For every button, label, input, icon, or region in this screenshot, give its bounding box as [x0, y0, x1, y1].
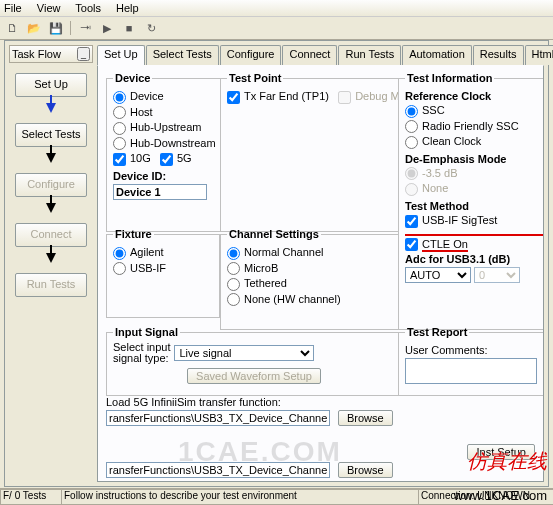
n35-radio[interactable]: -3.5 dB [405, 167, 543, 181]
new-icon[interactable]: 🗋 [4, 20, 20, 36]
channel-radio-none[interactable]: None (HW channel) [227, 293, 395, 307]
tab-setup[interactable]: Set Up [97, 45, 145, 65]
arrow-down-icon [46, 103, 56, 113]
channel-group: Channel Settings Normal Channel MicroB T… [220, 228, 402, 330]
channel-radio-microb[interactable]: MicroB [227, 262, 395, 276]
channel-legend: Channel Settings [227, 228, 321, 240]
comments-textarea[interactable] [405, 358, 537, 384]
transfer-load-label: Load 5G InfiniiSim transfer function: [106, 396, 535, 408]
fixture-legend: Fixture [113, 228, 154, 240]
toolbar: 🗋 📂 💾 ⭲ ▶ ■ ↻ [0, 17, 553, 40]
tab-automation[interactable]: Automation [402, 45, 472, 65]
none-radio[interactable]: None [405, 182, 543, 196]
transfer-path-1-input[interactable] [106, 410, 330, 426]
rfssc-radio[interactable]: Radio Friendly SSC [405, 120, 543, 134]
channel-radio-tethered[interactable]: Tethered [227, 277, 395, 291]
tab-configure[interactable]: Configure [220, 45, 282, 65]
device-group: Device Device Host Hub-Upstream Hub-Down… [106, 72, 223, 232]
adc-label: Adc for USB3.1 (dB) [405, 253, 510, 265]
inst-setup-button[interactable]: Inst Setup [467, 444, 535, 460]
taskflow-panel: Task Flow _ Set Up Select Tests Configur… [9, 45, 93, 482]
transfer-area: Load 5G InfiniiSim transfer function: Br… [106, 394, 535, 478]
comments-label: User Comments: [405, 344, 543, 356]
step-icon[interactable]: ⭲ [77, 20, 93, 36]
testpoint-group: Test Point Tx Far End (TP1) Debug Mode [220, 72, 425, 232]
browse-1-button[interactable]: Browse [338, 410, 393, 426]
input-label: Select input signal type: [113, 342, 170, 364]
main-panel: Task Flow _ Set Up Select Tests Configur… [4, 40, 549, 487]
clean-radio[interactable]: Clean Clock [405, 135, 543, 149]
browse-2-button[interactable]: Browse [338, 462, 393, 478]
method-label: Test Method [405, 200, 469, 212]
tab-body: 1CAE.COM 1CAE.COM Device Device Host Hub… [97, 65, 544, 482]
device-radio-hubup[interactable]: Hub-Upstream [113, 121, 216, 135]
device-check-10g[interactable]: 10G [113, 152, 151, 164]
arrow-down-icon [46, 253, 56, 263]
open-icon[interactable]: 📂 [26, 20, 42, 36]
tab-html[interactable]: Html Report [525, 45, 554, 65]
flow-setup-button[interactable]: Set Up [15, 73, 87, 97]
refresh-icon[interactable]: ↻ [143, 20, 159, 36]
adc-auto-select[interactable]: AUTO [405, 267, 471, 283]
input-legend: Input Signal [113, 326, 180, 338]
channel-radio-normal[interactable]: Normal Channel [227, 246, 395, 260]
device-check-5g[interactable]: 5G [160, 152, 192, 164]
status-msg: Follow instructions to describe your tes… [61, 489, 419, 505]
transfer-path-2-input[interactable] [106, 462, 330, 478]
save-icon[interactable]: 💾 [48, 20, 64, 36]
refclock-label: Reference Clock [405, 90, 491, 102]
saved-waveform-button[interactable]: Saved Waveform Setup [187, 368, 321, 384]
statusbar: F/ 0 Tests Follow instructions to descri… [0, 488, 553, 505]
testinfo-legend: Test Information [405, 72, 494, 84]
device-legend: Device [113, 72, 152, 84]
testinfo-group: Test Information Reference Clock SSC Rad… [398, 72, 544, 330]
taskflow-title: Task Flow [12, 48, 61, 60]
fixture-group: Fixture Agilent USB-IF [106, 228, 220, 318]
tab-strip: Set Up Select Tests Configure Connect Ru… [97, 45, 544, 66]
flow-select-button[interactable]: Select Tests [15, 123, 87, 147]
ssc-radio[interactable]: SSC [405, 104, 543, 118]
tab-select[interactable]: Select Tests [146, 45, 219, 65]
stop-icon[interactable]: ■ [121, 20, 137, 36]
device-id-input[interactable] [113, 184, 207, 200]
report-group: Test Report User Comments: [398, 326, 544, 396]
taskflow-header: Task Flow _ [9, 45, 93, 63]
report-legend: Test Report [405, 326, 469, 338]
status-conn: Connection: UNKNOWN [418, 489, 553, 505]
menu-view[interactable]: View [37, 2, 61, 14]
tp1-check[interactable]: Tx Far End (TP1) [227, 90, 329, 102]
ctle-check[interactable]: CTLE On [405, 238, 543, 252]
flow-configure-button[interactable]: Configure [15, 173, 87, 197]
testpoint-legend: Test Point [227, 72, 283, 84]
fixture-radio-usbif[interactable]: USB-IF [113, 262, 213, 276]
menubar: File View Tools Help [0, 0, 553, 17]
flow-run-button[interactable]: Run Tests [15, 273, 87, 297]
device-radio-host[interactable]: Host [113, 106, 216, 120]
adc-value-select[interactable]: 0 [474, 267, 520, 283]
input-signal-select[interactable]: Live signal [174, 345, 314, 361]
tab-run[interactable]: Run Tests [338, 45, 401, 65]
input-group: Input Signal Select input signal type: L… [106, 326, 402, 396]
menu-file[interactable]: File [4, 2, 22, 14]
device-id-label: Device ID: [113, 170, 166, 182]
fixture-radio-agilent[interactable]: Agilent [113, 246, 213, 260]
sigtest-check[interactable]: USB-IF SigTest [405, 214, 543, 228]
arrow-down-icon [46, 153, 56, 163]
arrow-down-icon [46, 203, 56, 213]
taskflow-collapse-button[interactable]: _ [77, 47, 90, 61]
menu-tools[interactable]: Tools [75, 2, 101, 14]
tab-connect[interactable]: Connect [282, 45, 337, 65]
status-tests: F/ 0 Tests [0, 489, 62, 505]
device-radio-device[interactable]: Device [113, 90, 216, 104]
play-icon[interactable]: ▶ [99, 20, 115, 36]
device-radio-hubdown[interactable]: Hub-Downstream [113, 137, 216, 151]
flow-connect-button[interactable]: Connect [15, 223, 87, 247]
tabs-area: Set Up Select Tests Configure Connect Ru… [97, 45, 544, 482]
menu-help[interactable]: Help [116, 2, 139, 14]
tab-results[interactable]: Results [473, 45, 524, 65]
deemph-label: De-Emphasis Mode [405, 153, 506, 165]
